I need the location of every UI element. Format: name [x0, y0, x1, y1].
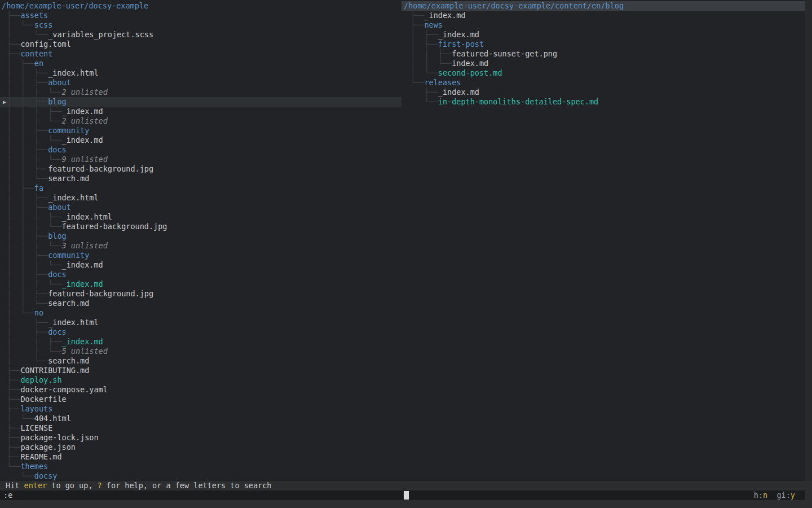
entry-name: search.md: [48, 299, 89, 308]
tree-row-docs[interactable]: │ │ ├──docs: [0, 145, 401, 155]
status-key-hint: ?: [98, 481, 102, 490]
tree-row-search.md[interactable]: │ │ └──search.md: [0, 299, 401, 308]
tree-branch-lines: ├──: [7, 11, 20, 20]
tree-row-news[interactable]: ├──news: [401, 20, 805, 30]
tree-row-community[interactable]: │ │ ├──community: [0, 126, 401, 135]
tree-branch-lines: │ └──: [7, 414, 34, 423]
entry-name: featured-background.jpg: [62, 222, 167, 231]
tree-branch-lines: ├──: [7, 49, 20, 58]
tree-row-scss[interactable]: │ └──scss: [0, 20, 401, 30]
tree-row-search.md[interactable]: │ │ └──search.md: [0, 174, 401, 183]
entry-name: search.md: [48, 356, 89, 365]
tree-row-about[interactable]: │ │ ├──about: [0, 203, 401, 212]
tree-row-_index.md[interactable]: │ │ │ ├──_index.md: [0, 107, 401, 116]
tree-branch-lines: └──: [411, 97, 438, 106]
entry-name: index.md: [452, 59, 488, 68]
tree-row-search.md[interactable]: │ └──search.md: [0, 356, 401, 366]
tree-row-en[interactable]: │ ├──en: [0, 59, 401, 68]
tree-row-9-unlisted[interactable]: │ │ │ └──9 unlisted: [0, 155, 401, 164]
tree-row-index.md[interactable]: │ │ └──index.md: [401, 59, 805, 68]
tree-row-assets[interactable]: ├──assets: [0, 11, 401, 20]
tree-row-_index.html[interactable]: │ │ │ ├──_index.html: [0, 212, 401, 222]
tree-row-about[interactable]: │ │ ├──about: [0, 78, 401, 87]
tree-row-5-unlisted[interactable]: │ │ └──5 unlisted: [0, 347, 401, 356]
entry-name: 3 unlisted: [62, 241, 108, 250]
tree-row-2-unlisted[interactable]: │ │ │ └──2 unlisted: [0, 116, 401, 126]
tree-row-dockerfile[interactable]: ├──Dockerfile: [0, 395, 401, 404]
tree-row-_index.md[interactable]: │ │ ├──_index.md: [0, 337, 401, 347]
tree-branch-lines: │ │ │ └──: [7, 241, 62, 250]
tree-row-blog[interactable]: ▶│ │ ├──blog: [0, 97, 401, 107]
tree-row-_index.md[interactable]: ├──_index.md: [401, 11, 805, 20]
tree-row-releases[interactable]: └──releases: [401, 78, 805, 87]
tree-branch-lines: │ │ │ └──: [7, 260, 62, 269]
entry-name: _index.html: [48, 68, 98, 77]
left-panel-path[interactable]: /home/example-user/docsy-example: [0, 1, 401, 11]
tree-row-_variables_project.scss[interactable]: │ └──_variables_project.scss: [0, 30, 401, 40]
status-text: Hit: [6, 481, 24, 490]
flag-label-gi: gi:: [776, 491, 790, 500]
tree-row-config.toml[interactable]: ├──config.toml: [0, 40, 401, 49]
tree-row-_index.html[interactable]: │ ├──_index.html: [0, 318, 401, 327]
tree-row-_index.html[interactable]: │ │ ├──_index.html: [0, 193, 401, 203]
flag-value-h: n: [763, 491, 767, 500]
entry-name: _index.md: [62, 337, 103, 346]
tree-row-featured-background.jpg[interactable]: │ │ │ └──featured-background.jpg: [0, 222, 401, 231]
tree-row-3-unlisted[interactable]: │ │ │ └──3 unlisted: [0, 241, 401, 251]
tree-branch-lines: │ │ │ └──: [7, 116, 62, 125]
entry-name: scss: [34, 20, 53, 29]
entry-name: about: [48, 203, 71, 212]
tree-row-second-post.md[interactable]: │ └──second-post.md: [401, 68, 805, 78]
tree-branch-lines: │ │ │ └──: [7, 222, 62, 231]
tree-row-featured-background.jpg[interactable]: │ │ ├──featured-background.jpg: [0, 164, 401, 174]
tree-row-layouts[interactable]: ├──layouts: [0, 404, 401, 414]
tree-row-_index.html[interactable]: │ │ ├──_index.html: [0, 68, 401, 78]
tree-row-themes[interactable]: └──themes: [0, 462, 401, 471]
tree-branch-lines: ├──: [7, 366, 20, 375]
tree-branch-lines: ├──: [7, 433, 20, 442]
tree-branch-lines: ├──: [7, 452, 20, 461]
tree-branch-lines: │ │ ├──: [7, 270, 48, 279]
tree-branch-lines: │ │ ├──: [7, 193, 48, 202]
tree-row-package.json[interactable]: ├──package.json: [0, 443, 401, 452]
tree-row-deploy.sh[interactable]: ├──deploy.sh: [0, 375, 401, 385]
tree-row-_index.md[interactable]: │ │ │ └──_index.md: [0, 279, 401, 289]
tree-row-community[interactable]: │ │ ├──community: [0, 251, 401, 260]
mode-flags: h:n gi:y: [754, 491, 795, 500]
tree-row-first-post[interactable]: │ ├──first-post: [401, 40, 805, 49]
tree-row-featured-background.jpg[interactable]: │ │ ├──featured-background.jpg: [0, 289, 401, 299]
tree-row-docker-compose.yaml[interactable]: ├──docker-compose.yaml: [0, 385, 401, 395]
command-input[interactable]: :e: [3, 491, 12, 500]
tree-row-in-depth-monoliths-detailed-spec.md[interactable]: └──in-depth-monoliths-detailed-spec.md: [401, 97, 805, 107]
tree-row-featured-sunset-get.png[interactable]: │ │ ├──featured-sunset-get.png: [401, 49, 805, 59]
entry-name: _index.md: [62, 135, 103, 144]
tree-row-_index.md[interactable]: ├──_index.md: [401, 87, 805, 97]
tree-branch-lines: │ │ ├──: [7, 203, 48, 212]
tree-row-package-lock.json[interactable]: ├──package-lock.json: [0, 433, 401, 443]
tree-row-contributing.md[interactable]: ├──CONTRIBUTING.md: [0, 366, 401, 375]
right-scroll-gutter: [805, 0, 812, 481]
tree-branch-lines: │ │ └──: [7, 174, 48, 183]
tree-row-content[interactable]: ├──content: [0, 49, 401, 59]
tree-row-readme.md[interactable]: ├──README.md: [0, 452, 401, 462]
right-panel-path[interactable]: /home/example-user/docsy-example/content…: [401, 1, 805, 11]
right-panel: /home/example-user/docsy-example/content…: [401, 0, 805, 481]
entry-name: _index.md: [438, 87, 479, 97]
tree-row-docs[interactable]: │ │ ├──docs: [0, 270, 401, 279]
tree-branch-lines: │ ├──: [7, 59, 34, 68]
input-bar[interactable]: :e h:n gi:y: [0, 491, 805, 500]
tree-row-_index.md[interactable]: │ │ │ └──_index.md: [0, 260, 401, 270]
tree-row-_index.md[interactable]: │ ├──_index.md: [401, 30, 805, 40]
tree-row-license[interactable]: ├──LICENSE: [0, 423, 401, 433]
tree-branch-lines: │ ├──: [411, 30, 438, 39]
tree-row-2-unlisted[interactable]: │ │ │ └──2 unlisted: [0, 87, 401, 97]
tree-row-404.html[interactable]: │ └──404.html: [0, 414, 401, 423]
tree-row-blog[interactable]: │ │ ├──blog: [0, 231, 401, 241]
tree-row-fa[interactable]: │ ├──fa: [0, 183, 401, 193]
tree-row-no[interactable]: │ └──no: [0, 308, 401, 318]
tree-row-_index.md[interactable]: │ │ │ └──_index.md: [0, 135, 401, 145]
status-bar: Hit enter to go up, ? for help, or a few…: [0, 481, 812, 491]
tree-branch-lines: ├──: [7, 404, 20, 413]
tree-row-docs[interactable]: │ ├──docs: [0, 327, 401, 337]
tree-row-docsy[interactable]: └──docsy: [0, 471, 401, 481]
